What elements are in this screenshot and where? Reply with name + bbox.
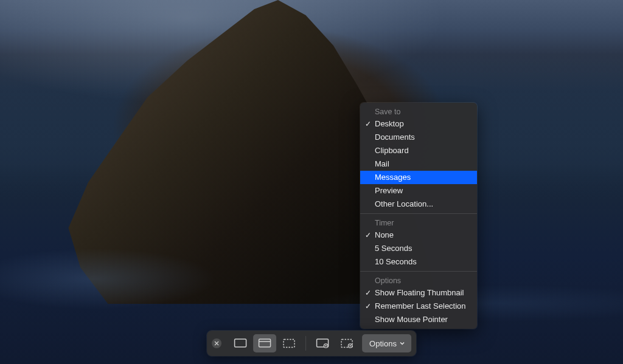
menu-item-timer-5s[interactable]: 5 Seconds <box>360 242 477 255</box>
toolbar-divider <box>305 336 306 351</box>
menu-item-mail[interactable]: Mail <box>360 157 477 171</box>
window-icon <box>258 338 271 349</box>
svg-rect-1 <box>259 339 271 347</box>
menu-section-options: Options <box>360 274 477 286</box>
screenshot-toolbar: Options <box>207 331 416 356</box>
wallpaper-ocean <box>0 206 623 328</box>
menu-item-label: Other Location... <box>375 199 433 208</box>
record-selection-icon <box>340 338 353 349</box>
menu-item-show-mouse-pointer[interactable]: Show Mouse Pointer <box>360 313 477 326</box>
menu-item-desktop[interactable]: ✓ Desktop <box>360 117 477 131</box>
menu-item-label: Clipboard <box>375 146 409 155</box>
close-icon <box>214 341 219 346</box>
screen-icon <box>234 338 247 349</box>
menu-item-label: Show Floating Thumbnail <box>375 288 464 297</box>
menu-divider <box>360 271 477 272</box>
menu-item-timer-10s[interactable]: 10 Seconds <box>360 255 477 269</box>
menu-item-label: 10 Seconds <box>375 257 417 266</box>
menu-item-label: None <box>375 230 394 239</box>
options-menu: Save to ✓ Desktop Documents Clipboard Ma… <box>360 103 477 329</box>
checkmark-icon: ✓ <box>365 230 371 241</box>
menu-section-save-to: Save to <box>360 105 477 117</box>
menu-item-floating-thumbnail[interactable]: ✓ Show Floating Thumbnail <box>360 286 477 300</box>
chevron-down-icon <box>399 340 405 346</box>
checkmark-icon: ✓ <box>365 287 371 298</box>
menu-item-label: Documents <box>375 132 415 142</box>
options-button-label: Options <box>369 339 397 348</box>
svg-rect-3 <box>284 340 294 348</box>
menu-item-label: Desktop <box>375 119 404 128</box>
options-button[interactable]: Options <box>362 334 411 352</box>
menu-section-timer: Timer <box>360 216 477 228</box>
menu-item-label: Mail <box>375 159 389 168</box>
capture-entire-screen-button[interactable] <box>229 334 252 352</box>
menu-divider <box>360 213 477 214</box>
menu-item-label: Preview <box>375 186 403 195</box>
checkmark-icon: ✓ <box>365 301 371 312</box>
menu-item-preview[interactable]: Preview <box>360 184 477 197</box>
menu-item-clipboard[interactable]: Clipboard <box>360 144 477 157</box>
record-entire-screen-button[interactable] <box>311 334 334 352</box>
checkmark-icon: ✓ <box>365 118 371 129</box>
menu-item-label: 5 Seconds <box>375 244 412 253</box>
menu-item-label: Remember Last Selection <box>375 301 466 311</box>
selection-icon <box>282 338 296 349</box>
svg-point-9 <box>349 345 351 347</box>
menu-item-label: Show Mouse Pointer <box>375 315 448 324</box>
capture-selected-portion-button[interactable] <box>277 334 301 352</box>
svg-rect-0 <box>235 339 246 347</box>
menu-item-documents[interactable]: Documents <box>360 131 477 144</box>
desktop-wallpaper <box>0 0 623 364</box>
capture-selected-window-button[interactable] <box>253 334 276 352</box>
menu-item-label: Messages <box>375 173 411 182</box>
close-button[interactable] <box>212 338 221 348</box>
menu-item-timer-none[interactable]: ✓ None <box>360 228 477 242</box>
svg-point-6 <box>325 345 327 347</box>
record-screen-icon <box>316 338 329 349</box>
menu-item-other-location[interactable]: Other Location... <box>360 197 477 211</box>
menu-item-remember-selection[interactable]: ✓ Remember Last Selection <box>360 300 477 313</box>
menu-item-messages[interactable]: Messages <box>360 171 477 184</box>
record-selected-portion-button[interactable] <box>335 334 358 352</box>
